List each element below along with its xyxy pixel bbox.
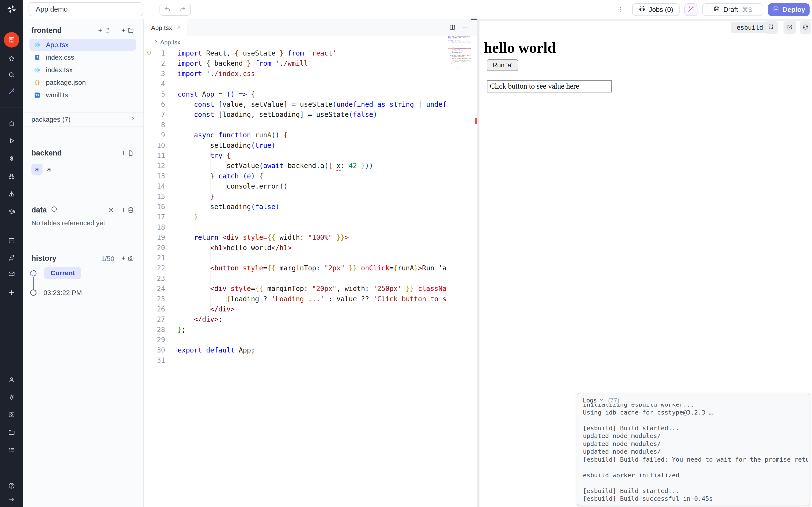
code-line-24: 24 <div style={{ marginTop: "20px", widt… [146, 284, 477, 294]
add-snapshot-button[interactable] [120, 255, 134, 263]
code-line-27: 27 </div>; [146, 314, 477, 325]
file-name: wmill.ts [46, 91, 68, 99]
line-number: 22 [146, 263, 165, 273]
servercog-icon [8, 411, 15, 418]
data-settings-button[interactable] [108, 207, 114, 214]
rail-item-workers[interactable] [0, 407, 23, 422]
tab-label: App.tsx [151, 24, 172, 32]
minimap-slider[interactable] [471, 18, 477, 20]
rail-item-resources[interactable] [0, 169, 23, 183]
mail-icon [8, 270, 15, 277]
code-line-10: 10 setLoading(true) [146, 140, 477, 151]
rail-item-create[interactable] [0, 285, 23, 300]
panel-splitter[interactable] [477, 19, 479, 507]
code-line-9: 9 async function runA() { [146, 130, 477, 140]
icon-rail: $ [0, 0, 23, 507]
logs-output[interactable]: Initializing esbuild worker...Using idb … [583, 404, 808, 504]
line-number: 23 [146, 274, 165, 284]
add-table-button[interactable] [120, 207, 134, 214]
plus-icon [97, 27, 103, 34]
backend-section-title: backend [32, 149, 62, 157]
camera-icon [128, 255, 134, 263]
rail-item-account[interactable] [0, 373, 23, 387]
calendar-icon [8, 237, 15, 244]
current-version-badge[interactable]: Current [44, 267, 81, 279]
deploy-button[interactable]: Deploy [768, 3, 810, 16]
rail-item-audit-logs[interactable] [0, 443, 23, 457]
rail-item-search[interactable] [0, 68, 23, 82]
error-overview-marker [475, 118, 477, 124]
rail-item-folders[interactable] [0, 425, 23, 440]
logs-dropdown[interactable]: Logs [583, 397, 597, 404]
help-icon [8, 482, 15, 489]
rail-item-workspace-apps[interactable] [0, 33, 23, 47]
app-name-input[interactable] [29, 2, 143, 16]
rail-divider [0, 107, 23, 107]
rail-item-home[interactable] [0, 116, 23, 131]
rail-item-triggers[interactable] [0, 187, 23, 201]
rail-item-favorites[interactable] [0, 51, 23, 66]
close-tab-button[interactable] [176, 24, 182, 32]
breadcrumb-file: App.tsx [160, 39, 180, 46]
editor-more-button[interactable] [462, 24, 469, 32]
open-external-button[interactable] [783, 21, 796, 34]
file-row-wmill-ts[interactable]: TSwmill.ts [30, 89, 136, 101]
rail-item-help[interactable] [0, 478, 23, 493]
draft-button[interactable]: Draft⌘S [702, 3, 763, 16]
close-icon [176, 24, 182, 32]
minimap[interactable]: import React, { useState } from 'react'i… [447, 36, 477, 478]
line-number: 15 [146, 192, 165, 202]
backend-script-badge[interactable]: a [32, 164, 43, 175]
run-a-button[interactable]: Run 'a' [487, 59, 518, 71]
line-number: 26 [146, 304, 165, 314]
rail-item-settings[interactable] [0, 390, 23, 404]
rail-item-runs[interactable] [0, 133, 23, 148]
tab-app-tsx[interactable]: App.tsx [144, 19, 187, 36]
prism-icon [8, 190, 15, 198]
rail-item-schedules[interactable] [0, 233, 23, 248]
code-line-5: 5const App = () => { [146, 89, 477, 100]
undo-button[interactable] [159, 4, 175, 16]
ai-wand-button[interactable] [684, 3, 698, 16]
line-number: 27 [146, 314, 165, 325]
inspect-element-button[interactable] [765, 21, 778, 34]
code-line-23: 23 [146, 274, 477, 284]
log-line: Using idb cache for csstype@3.2.3 … [583, 408, 808, 416]
code-line-6: 6 const [value, setValue] = useState(und… [146, 100, 477, 110]
rail-item-variables[interactable]: $ [0, 151, 23, 166]
windmill-logo-icon[interactable] [0, 0, 23, 19]
rail-item-ai-assistant[interactable] [0, 84, 23, 99]
logs-count: (77) [608, 397, 619, 404]
rail-item-flows[interactable] [0, 250, 23, 265]
magic-wand-icon [687, 6, 695, 14]
split-editor-button[interactable] [449, 24, 456, 32]
more-menu-button[interactable] [617, 6, 625, 14]
rail-item-tutorials[interactable] [0, 205, 23, 219]
braces-file-icon: {} [34, 79, 41, 86]
rail-item-inbox[interactable] [0, 267, 23, 281]
log-line: [esbuild] Build started... [583, 424, 808, 432]
file-row-index-css[interactable]: 3index.css [30, 52, 136, 63]
data-title-text: data [32, 206, 47, 214]
redo-button[interactable] [175, 4, 191, 16]
breadcrumb[interactable]: App.tsx [153, 36, 180, 48]
file-row-package-json[interactable]: {}package.json [30, 77, 136, 89]
svg-text:$: $ [10, 155, 13, 162]
code-line-2: 2import { backend } from './wmill' [146, 58, 477, 68]
line-number: 18 [146, 222, 165, 232]
line-number: 10 [146, 140, 165, 151]
add-folder-button[interactable] [120, 27, 134, 35]
line-number: 1 [146, 48, 165, 58]
file-row-index-tsx[interactable]: index.tsx [30, 64, 136, 76]
file-row-app-tsx[interactable]: App.tsx [30, 39, 136, 51]
rail-item-expand-sidebar[interactable] [0, 492, 23, 507]
code-area[interactable]: 1import React, { useState } from 'react'… [144, 48, 477, 507]
line-number: 3 [146, 69, 165, 79]
jobs-button[interactable]: Jobs (0) [632, 3, 679, 16]
arrowright-icon [8, 496, 15, 503]
add-backend-script-button[interactable] [120, 150, 134, 157]
react-file-icon [34, 67, 41, 73]
packages-row[interactable]: packages (7) [23, 113, 143, 126]
refresh-preview-button[interactable] [800, 21, 811, 34]
add-file-button[interactable] [97, 27, 111, 35]
